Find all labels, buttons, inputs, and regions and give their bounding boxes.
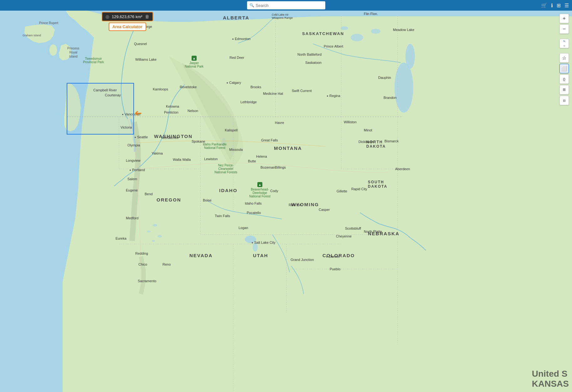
svg-point-16 — [253, 243, 258, 252]
svg-point-5 — [49, 44, 57, 56]
svg-marker-1 — [63, 11, 572, 392]
svg-point-11 — [152, 224, 157, 227]
ruler-button[interactable]: ⊟ — [559, 96, 569, 105]
area-tool-button[interactable]: ⬜ — [559, 64, 569, 73]
area-measure-icon: ◎ — [106, 14, 109, 19]
svg-point-7 — [405, 44, 415, 69]
area-calculator-label[interactable]: Area Calculator — [109, 23, 146, 31]
svg-point-10 — [341, 26, 348, 30]
svg-point-13 — [157, 235, 162, 237]
cart-icon[interactable]: 🛒 — [541, 3, 547, 8]
info-icon[interactable]: ℹ — [551, 3, 553, 8]
svg-point-12 — [147, 231, 151, 232]
svg-point-14 — [152, 240, 155, 242]
svg-point-9 — [371, 29, 380, 34]
area-measurement-bar: ◎ 129,623,676 km² 🗑 — [102, 12, 153, 21]
north-button[interactable]: N S — [559, 39, 569, 48]
zoom-in-button[interactable]: + — [559, 14, 569, 23]
grid-icon[interactable]: ⊞ — [557, 3, 561, 8]
top-bar: 🔍 🛒 ℹ ⊞ ☰ — [0, 0, 572, 11]
area-value: 129,623,676 km² — [112, 14, 142, 19]
bottom-right-text: United S KANSAS — [529, 366, 572, 392]
layers-button[interactable]: ≡ — [559, 85, 569, 94]
map-container: 🔍 🛒 ℹ ⊞ ☰ ◎ 129,623,676 km² 🗑 Area Calcu… — [0, 0, 572, 392]
menu-icon[interactable]: ☰ — [564, 3, 569, 8]
delete-icon[interactable]: 🗑 — [145, 14, 149, 19]
search-input[interactable] — [247, 1, 325, 9]
code-button[interactable]: {} — [559, 74, 569, 84]
right-controls: + − N S ☆ ⬜ {} ≡ ⊟ — [559, 14, 569, 105]
svg-point-8 — [351, 34, 363, 41]
map-svg — [0, 0, 572, 392]
top-right-icons: 🛒 ℹ ⊞ ☰ — [541, 0, 569, 11]
svg-point-6 — [394, 63, 413, 113]
search-icon: 🔍 — [250, 3, 254, 8]
star-button[interactable]: ☆ — [559, 53, 569, 63]
zoom-out-button[interactable]: − — [559, 24, 569, 34]
svg-point-15 — [245, 236, 256, 243]
area-calculator-popup: ◎ 129,623,676 km² 🗑 Area Calculator — [102, 12, 153, 31]
search-container: 🔍 — [247, 0, 325, 11]
